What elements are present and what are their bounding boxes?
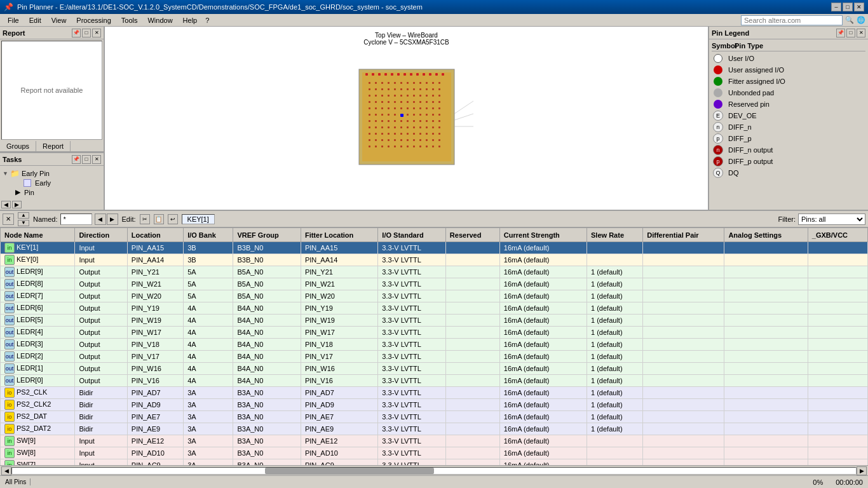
col-header-reserved[interactable]: Reserved <box>445 228 499 242</box>
tree-item-pin[interactable]: ▶ Pin <box>3 187 101 197</box>
report-pin-button[interactable]: 📌 <box>72 29 81 37</box>
scrollbar-track[interactable] <box>11 467 857 475</box>
scroll-right-button[interactable]: ▶ <box>12 201 22 208</box>
col-header-vref[interactable]: VREF Group <box>233 228 301 242</box>
col-header-gxb[interactable]: _GXB/VCC <box>808 228 867 242</box>
cell-location[interactable]: PIN_AC9 <box>127 459 183 466</box>
table-row[interactable]: inSW[7] Input PIN_AC9 3A B3A_N0 PIN_AC9 … <box>1 459 868 466</box>
cell-location[interactable]: PIN_AE7 <box>127 411 183 423</box>
cell-diffpair <box>643 290 724 302</box>
table-row[interactable]: inSW[9] Input PIN_AE12 3A B3A_N0 PIN_AE1… <box>1 435 868 447</box>
edit-cut-button[interactable]: ✂ <box>140 214 150 224</box>
col-header-fitter[interactable]: Fitter Location <box>301 228 377 242</box>
table-row[interactable]: inKEY[0] Input PIN_AA14 3B B3B_N0 PIN_AA… <box>1 254 868 266</box>
table-row[interactable]: inSW[8] Input PIN_AD10 3A B3A_N0 PIN_AD1… <box>1 447 868 459</box>
cell-location[interactable]: PIN_AA14 <box>127 254 183 266</box>
scroll-left-arrow[interactable]: ◀ <box>1 466 11 475</box>
table-row[interactable]: outLEDR[8] Output PIN_W21 5A B5A_N0 PIN_… <box>1 278 868 290</box>
table-row[interactable]: ioPS2_CLK2 Bidir PIN_AD9 3A B3A_N0 PIN_A… <box>1 399 868 411</box>
toolbar-up-button[interactable]: ▲ <box>18 212 29 219</box>
table-row[interactable]: outLEDR[9] Output PIN_Y21 5A B5A_N0 PIN_… <box>1 266 868 278</box>
horizontal-scrollbar[interactable]: ◀ ▶ <box>0 465 868 475</box>
table-row[interactable]: ioPS2_DAT2 Bidir PIN_AE9 3A B3A_N0 PIN_A… <box>1 423 868 435</box>
cell-gxb <box>808 363 867 375</box>
table-row[interactable]: outLEDR[5] Output PIN_W19 4A B4A_N0 PIN_… <box>1 315 868 327</box>
tasks-restore-button[interactable]: □ <box>82 155 91 164</box>
col-header-iobank[interactable]: I/O Bank <box>184 228 233 242</box>
cell-location[interactable]: PIN_Y21 <box>127 266 183 278</box>
named-input[interactable] <box>60 214 92 225</box>
close-button[interactable]: ✕ <box>854 3 864 11</box>
cell-location[interactable]: PIN_V16 <box>127 375 183 387</box>
cell-location[interactable]: PIN_AA15 <box>127 242 183 254</box>
legend-close-button[interactable]: ✕ <box>857 29 865 37</box>
tab-groups[interactable]: Groups <box>0 141 36 151</box>
toolbar-down-button[interactable]: ▼ <box>18 220 29 226</box>
tree-item-early[interactable]: Early <box>3 179 101 187</box>
menu-help[interactable]: Help <box>178 15 203 25</box>
menu-tools[interactable]: Tools <box>116 15 143 25</box>
cell-location[interactable]: PIN_V18 <box>127 339 183 351</box>
cell-location[interactable]: PIN_AD9 <box>127 399 183 411</box>
col-header-name[interactable]: Node Name <box>1 228 75 242</box>
col-header-analog[interactable]: Analog Settings <box>724 228 808 242</box>
cell-location[interactable]: PIN_W19 <box>127 315 183 327</box>
col-header-location[interactable]: Location <box>127 228 183 242</box>
table-row[interactable]: inKEY[1] Input PIN_AA15 3B B3B_N0 PIN_AA… <box>1 242 868 254</box>
svg-rect-21 <box>407 82 409 84</box>
col-header-direction[interactable]: Direction <box>75 228 127 242</box>
scroll-left-button[interactable]: ◀ <box>1 201 11 208</box>
named-next-button[interactable]: ▶ <box>107 214 118 225</box>
tab-report[interactable]: Report <box>36 141 71 151</box>
legend-restore-button[interactable]: □ <box>846 29 855 37</box>
table-row[interactable]: outLEDR[4] Output PIN_W17 4A B4A_N0 PIN_… <box>1 327 868 339</box>
table-row[interactable]: outLEDR[0] Output PIN_V16 4A B4A_N0 PIN_… <box>1 375 868 387</box>
tasks-pin-button[interactable]: 📌 <box>72 155 81 164</box>
tree-item-early-pin[interactable]: ▼ 📁 Early Pin <box>3 168 101 179</box>
report-close-button[interactable]: ✕ <box>92 29 101 37</box>
toolbar-delete-button[interactable]: ✕ <box>3 214 14 225</box>
cell-location[interactable]: PIN_W16 <box>127 363 183 375</box>
pin-table-wrapper[interactable]: Node Name Direction Location I/O Bank VR… <box>0 227 868 465</box>
cell-location[interactable]: PIN_W20 <box>127 290 183 302</box>
table-row[interactable]: outLEDR[3] Output PIN_V18 4A B4A_N0 PIN_… <box>1 339 868 351</box>
menu-view[interactable]: View <box>46 15 72 25</box>
cell-location[interactable]: PIN_W21 <box>127 278 183 290</box>
scrollbar-thumb[interactable] <box>265 468 434 474</box>
menu-processing[interactable]: Processing <box>71 15 116 25</box>
filter-select[interactable]: Pins: all Pins: unassigned Pins: assigne… <box>798 214 865 225</box>
search-input[interactable] <box>741 15 843 25</box>
menu-edit[interactable]: Edit <box>24 15 46 25</box>
report-restore-button[interactable]: □ <box>82 29 91 37</box>
col-header-strength[interactable]: Current Strength <box>499 228 587 242</box>
cell-location[interactable]: PIN_W17 <box>127 327 183 339</box>
table-row[interactable]: outLEDR[6] Output PIN_Y19 4A B4A_N0 PIN_… <box>1 302 868 315</box>
table-row[interactable]: ioPS2_DAT Bidir PIN_AE7 3A B3A_N0 PIN_AE… <box>1 411 868 423</box>
chip-diagram[interactable]: // This will be rendered as static SVG c… <box>105 27 708 210</box>
table-row[interactable]: outLEDR[1] Output PIN_W16 4A B4A_N0 PIN_… <box>1 363 868 375</box>
cell-location[interactable]: PIN_V17 <box>127 351 183 363</box>
table-row[interactable]: ioPS2_CLK Bidir PIN_AD7 3A B3A_N0 PIN_AD… <box>1 387 868 399</box>
svg-rect-18 <box>388 82 390 84</box>
table-row[interactable]: outLEDR[2] Output PIN_V17 4A B4A_N0 PIN_… <box>1 351 868 363</box>
minimize-button[interactable]: – <box>831 3 841 11</box>
cell-location[interactable]: PIN_AE12 <box>127 435 183 447</box>
cell-location[interactable]: PIN_Y19 <box>127 302 183 315</box>
edit-paste-button[interactable]: 📋 <box>154 214 164 224</box>
tasks-close-button[interactable]: ✕ <box>92 155 101 164</box>
cell-location[interactable]: PIN_AD10 <box>127 447 183 459</box>
menu-window[interactable]: Window <box>142 15 177 25</box>
scroll-right-arrow[interactable]: ▶ <box>857 466 867 475</box>
col-header-iostd[interactable]: I/O Standard <box>378 228 446 242</box>
named-prev-button[interactable]: ◀ <box>95 214 106 225</box>
col-header-slew[interactable]: Slew Rate <box>587 228 643 242</box>
table-row[interactable]: outLEDR[7] Output PIN_W20 5A B5A_N0 PIN_… <box>1 290 868 302</box>
legend-pin-button[interactable]: 📌 <box>836 29 845 37</box>
cell-location[interactable]: PIN_AE9 <box>127 423 183 435</box>
maximize-button[interactable]: □ <box>843 3 853 11</box>
edit-undo-button[interactable]: ↩ <box>168 214 178 224</box>
legend-symbol-fitter-assigned <box>712 76 724 86</box>
col-header-diffpair[interactable]: Differential Pair <box>643 228 724 242</box>
menu-file[interactable]: File <box>3 15 24 25</box>
cell-location[interactable]: PIN_AD7 <box>127 387 183 399</box>
